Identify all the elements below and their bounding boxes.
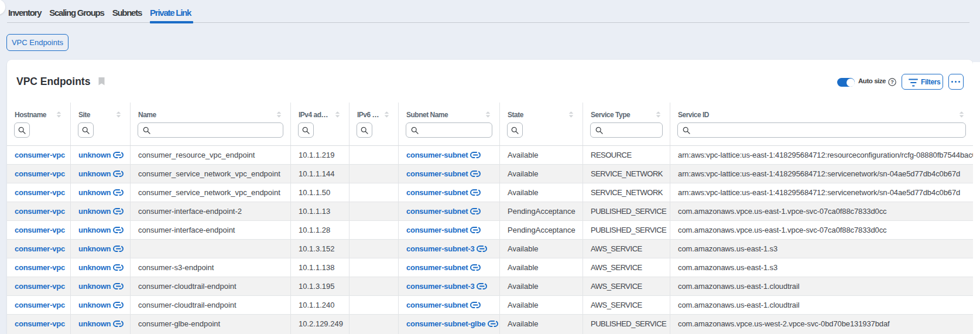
svg-text:?: ? [890,79,894,85]
